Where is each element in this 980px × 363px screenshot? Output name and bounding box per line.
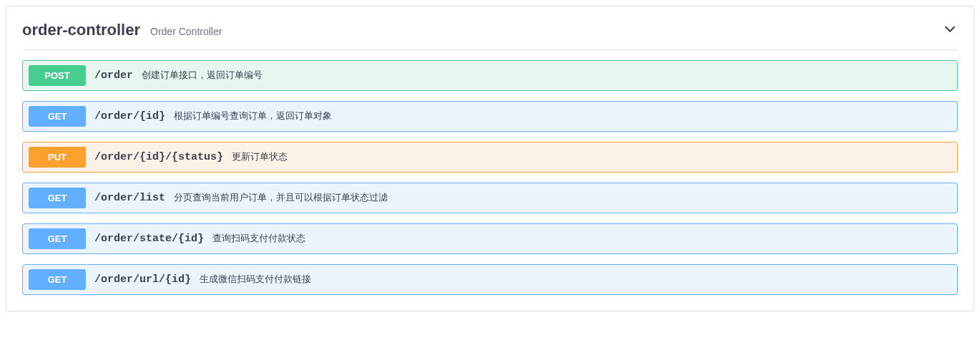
- operation-path: /order: [94, 69, 133, 82]
- operation-path: /order/state/{id}: [94, 233, 204, 245]
- operation-path: /order/list: [94, 192, 165, 204]
- operation-row[interactable]: GET /order/{id} 根据订单编号查询订单，返回订单对象: [22, 101, 958, 132]
- method-badge: GET: [29, 106, 86, 127]
- operation-summary: 更新订单状态: [232, 151, 288, 163]
- operation-row[interactable]: GET /order/state/{id} 查询扫码支付付款状态: [22, 223, 958, 254]
- controller-section: order-controller Order Controller POST /…: [6, 6, 974, 311]
- operation-row[interactable]: POST /order 创建订单接口，返回订单编号: [22, 60, 958, 91]
- controller-name: order-controller: [22, 21, 140, 39]
- operation-path: /order/{id}: [94, 110, 165, 122]
- operation-row[interactable]: GET /order/url/{id} 生成微信扫码支付付款链接: [22, 264, 958, 295]
- operation-summary: 创建订单接口，返回订单编号: [142, 69, 263, 82]
- operation-path: /order/{id}/{status}: [94, 151, 223, 163]
- operation-row[interactable]: PUT /order/{id}/{status} 更新订单状态: [22, 142, 958, 173]
- operation-summary: 查询扫码支付付款状态: [212, 233, 305, 245]
- operations-list: POST /order 创建订单接口，返回订单编号 GET /order/{id…: [22, 60, 958, 295]
- section-title-wrap: order-controller Order Controller: [22, 21, 222, 39]
- method-badge: GET: [29, 269, 86, 290]
- operation-summary: 分页查询当前用户订单，并且可以根据订单状态过滤: [174, 192, 388, 204]
- method-badge: POST: [29, 65, 86, 86]
- method-badge: GET: [29, 188, 86, 208]
- controller-description: Order Controller: [150, 26, 222, 37]
- method-badge: GET: [29, 228, 86, 249]
- operation-path: /order/url/{id}: [94, 274, 191, 286]
- operation-row[interactable]: GET /order/list 分页查询当前用户订单，并且可以根据订单状态过滤: [22, 183, 958, 213]
- method-badge: PUT: [29, 147, 86, 168]
- operation-summary: 根据订单编号查询订单，返回订单对象: [174, 110, 332, 122]
- section-header[interactable]: order-controller Order Controller: [22, 16, 958, 50]
- chevron-down-icon: [942, 21, 958, 39]
- operation-summary: 生成微信扫码支付付款链接: [200, 274, 311, 286]
